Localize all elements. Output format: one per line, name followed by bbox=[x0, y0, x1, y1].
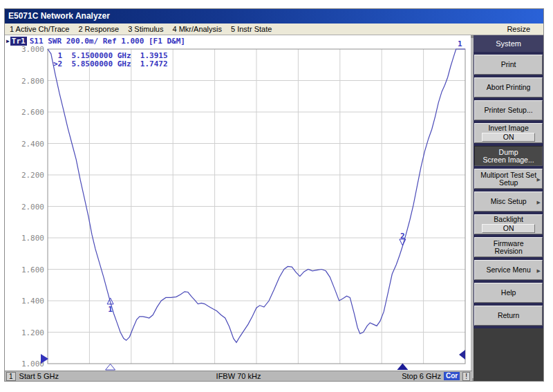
softkey-invert-image[interactable]: Invert ImageON bbox=[474, 123, 543, 143]
marker-readout-line: >2 5.8500000 GHz 1.7472 bbox=[53, 59, 168, 68]
softkey-button-region: PrintAbort PrintingPrinter Setup...Inver… bbox=[474, 52, 543, 328]
softkey-label: Invert Image bbox=[488, 124, 528, 132]
softkey-sidebar: System PrintAbort PrintingPrinter Setup.… bbox=[471, 35, 543, 381]
y-axis-tick-label: 1.600 bbox=[21, 265, 44, 274]
y-axis-tick-label: 1.400 bbox=[21, 297, 44, 306]
trace-badge[interactable]: Tr1 bbox=[10, 37, 27, 46]
softkey-printer-setup[interactable]: Printer Setup... bbox=[474, 100, 543, 120]
softkey-label: Firmware Revision bbox=[494, 240, 524, 255]
menu-item-4[interactable]: 4 Mkr/Analysis bbox=[172, 25, 222, 33]
submenu-arrow-icon: ▶ bbox=[537, 198, 541, 205]
softkey-dump-screen-image[interactable]: Dump Screen Image... bbox=[474, 146, 543, 166]
submenu-arrow-icon: ▶ bbox=[537, 266, 541, 274]
graph-screen: ▶Tr1S11 SWR 200.0m/ Ref 1.000 [F1 D&M] 3… bbox=[5, 35, 471, 381]
menu-item-5[interactable]: 5 Instr State bbox=[231, 25, 272, 33]
softkey-state-value: ON bbox=[482, 133, 535, 142]
active-trace-arrow-icon: ▶ bbox=[6, 38, 10, 44]
softkey-abort-printing[interactable]: Abort Printing bbox=[474, 77, 543, 97]
window-title: E5071C Network Analyzer bbox=[8, 11, 110, 21]
menu-item-2[interactable]: 2 Response bbox=[78, 25, 119, 33]
y-axis-tick-label: 2.800 bbox=[21, 77, 44, 86]
menu-item-1[interactable]: 1 Active Ch/Trace bbox=[10, 25, 69, 33]
ref-level-indicator-left[interactable] bbox=[41, 354, 48, 364]
softkey-label: Backlight bbox=[494, 216, 523, 223]
y-axis-tick-label: 2.400 bbox=[21, 140, 44, 149]
softkey-menu-title: System bbox=[474, 35, 543, 52]
y-axis-tick-label: 2.000 bbox=[21, 203, 44, 212]
softkey-label: Service Menu bbox=[487, 266, 531, 274]
y-axis-tick-label: 2.200 bbox=[21, 171, 44, 180]
softkey-return[interactable]: Return bbox=[474, 306, 543, 326]
y-axis-tick-label: 3.000 bbox=[21, 45, 44, 54]
softkey-misc-setup[interactable]: Misc Setup▶ bbox=[474, 192, 543, 212]
softkey-label: Dump Screen Image... bbox=[483, 149, 534, 164]
stimulus-marker-active[interactable] bbox=[397, 364, 408, 371]
marker-number: 1 bbox=[108, 305, 113, 314]
sidebar-filler bbox=[474, 328, 543, 381]
window-title-bar: E5071C Network Analyzer bbox=[5, 9, 543, 24]
softkey-label: Print bbox=[501, 61, 516, 68]
swr-chart: 3.0002.8002.6002.4002.2002.0001.8001.600… bbox=[5, 35, 472, 372]
softkey-label: Multiport Test Set Setup bbox=[480, 171, 536, 187]
menu-item-3[interactable]: 3 Stimulus bbox=[128, 25, 163, 33]
softkey-label: Printer Setup... bbox=[485, 106, 533, 114]
softkey-help[interactable]: Help bbox=[474, 283, 543, 303]
y-axis-tick-label: 2.600 bbox=[21, 108, 44, 117]
submenu-arrow-icon: ▶ bbox=[537, 175, 541, 183]
softkey-state-value: ON bbox=[482, 224, 535, 233]
stimulus-marker[interactable] bbox=[106, 364, 115, 371]
softkey-label: Return bbox=[498, 312, 520, 319]
menu-bar: 1 Active Ch/Trace2 Response3 Stimulus4 M… bbox=[5, 24, 543, 35]
status-bar: 1 Start 5 GHz IFBW 70 kHz Stop 6 GHz Cor… bbox=[5, 371, 472, 381]
correction-status-badge: Cor bbox=[444, 372, 460, 380]
softkey-label: Abort Printing bbox=[487, 84, 531, 91]
warning-badge: ! bbox=[462, 372, 470, 381]
softkey-service-menu[interactable]: Service Menu▶ bbox=[474, 260, 543, 280]
ref-level-indicator-right[interactable] bbox=[459, 350, 465, 360]
softkey-label: Misc Setup bbox=[491, 198, 527, 205]
trace-info-line: ▶Tr1S11 SWR 200.0m/ Ref 1.000 [F1 D&M] bbox=[6, 36, 185, 46]
y-axis-tick-label: 1.200 bbox=[21, 328, 44, 337]
menu-item-resize[interactable]: Resize bbox=[507, 25, 530, 33]
stop-frequency-label: Stop 6 GHz bbox=[402, 372, 441, 380]
softkey-print[interactable]: Print bbox=[474, 55, 543, 75]
softkey-label: Help bbox=[501, 289, 516, 297]
softkey-multiport-test-set-setup[interactable]: Multiport Test Set Setup▶ bbox=[474, 169, 543, 189]
softkey-firmware-revision[interactable]: Firmware Revision bbox=[474, 237, 543, 257]
trace-format-text: S11 SWR 200.0m/ Ref 1.000 [F1 D&M] bbox=[30, 37, 185, 46]
softkey-backlight[interactable]: BacklightON bbox=[474, 214, 543, 234]
instrument-display: E5071C Network Analyzer 1 Active Ch/Trac… bbox=[4, 8, 544, 382]
trace-number-label: 1 bbox=[458, 39, 462, 48]
y-axis-tick-label: 1.800 bbox=[21, 234, 44, 243]
